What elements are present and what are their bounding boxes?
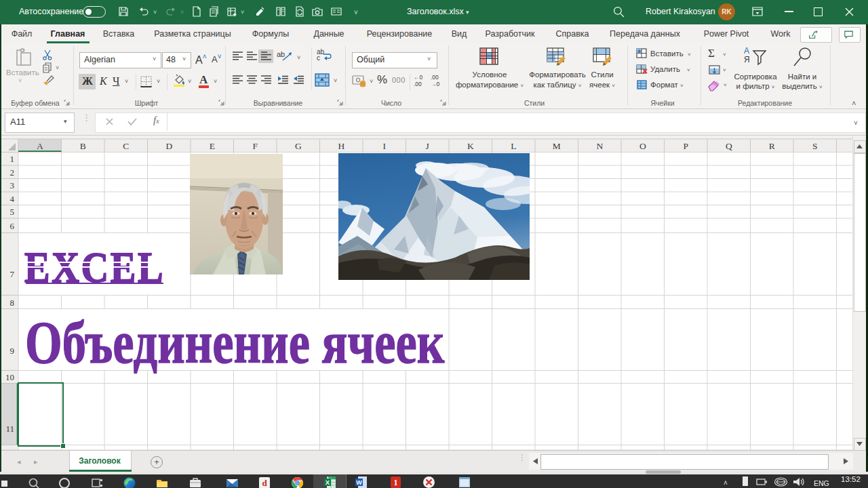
svg-text:F: F [252, 141, 258, 151]
svg-text:K: K [467, 141, 474, 151]
svg-text:X: X [326, 479, 330, 486]
svg-text:5: 5 [10, 207, 15, 217]
svg-text:E: E [210, 141, 215, 151]
svg-text:P: P [683, 141, 688, 151]
svg-text:W: W [356, 479, 362, 486]
svg-text:1: 1 [10, 154, 15, 164]
svg-text:1: 1 [394, 478, 398, 487]
svg-text:4: 4 [10, 194, 15, 204]
svg-text:B: B [80, 141, 86, 151]
svg-text:7: 7 [10, 269, 15, 279]
svg-text:G: G [295, 141, 302, 151]
svg-text:O: O [639, 141, 646, 151]
svg-text:H: H [338, 141, 344, 151]
svg-text:2: 2 [10, 167, 15, 178]
svg-text:R: R [769, 141, 775, 151]
svg-text:Q: Q [726, 141, 732, 151]
svg-text:I: I [383, 141, 387, 151]
svg-text:A: A [37, 141, 43, 151]
svg-text:C: C [123, 141, 129, 151]
svg-text:d: d [262, 478, 267, 488]
svg-text:10: 10 [5, 372, 14, 382]
svg-text:3: 3 [10, 180, 15, 190]
svg-text:D: D [165, 141, 172, 151]
svg-text:8: 8 [10, 298, 15, 308]
svg-text:J: J [426, 141, 429, 151]
svg-text:6: 6 [10, 221, 15, 231]
svg-text:S: S [812, 141, 818, 151]
svg-text:M: M [553, 141, 561, 151]
svg-text:N: N [596, 141, 603, 151]
svg-text:9: 9 [10, 346, 15, 356]
svg-text:11: 11 [5, 424, 14, 434]
svg-text:L: L [511, 141, 516, 151]
